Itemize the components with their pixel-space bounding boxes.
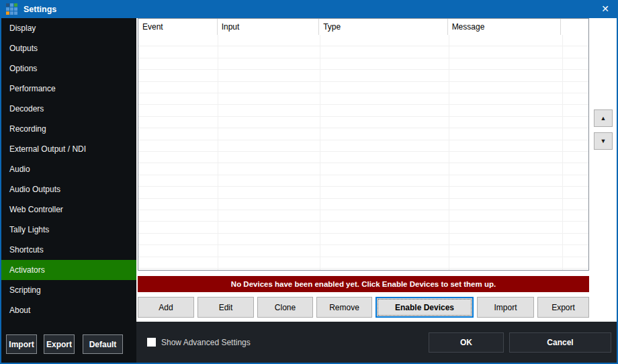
column-header-input[interactable]: Input bbox=[218, 19, 320, 35]
sidebar-item-display[interactable]: Display bbox=[1, 18, 136, 38]
grid-line bbox=[562, 35, 563, 270]
sidebar-item-performance[interactable]: Performance bbox=[1, 79, 136, 99]
sidebar-item-audio[interactable]: Audio bbox=[1, 159, 136, 179]
move-down-button[interactable]: ▼ bbox=[594, 132, 613, 150]
clone-button[interactable]: Clone bbox=[257, 297, 313, 318]
action-button-row: Add Edit Clone Remove Enable Devices Imp… bbox=[138, 297, 589, 318]
sidebar: Display Outputs Options Performance Deco… bbox=[1, 18, 136, 363]
sidebar-item-about[interactable]: About bbox=[1, 300, 136, 320]
sidebar-item-audio-outputs[interactable]: Audio Outputs bbox=[1, 179, 136, 199]
show-advanced-checkbox[interactable] bbox=[147, 338, 156, 347]
events-table-body bbox=[138, 35, 588, 270]
edit-button[interactable]: Edit bbox=[197, 297, 254, 318]
settings-default-button[interactable]: Default bbox=[83, 334, 123, 354]
arrow-up-icon: ▲ bbox=[601, 115, 607, 122]
import-button[interactable]: Import bbox=[477, 297, 534, 318]
sidebar-item-recording[interactable]: Recording bbox=[1, 119, 136, 139]
settings-import-button[interactable]: Import bbox=[6, 334, 37, 354]
no-devices-banner: No Devices have been enabled yet. Click … bbox=[138, 276, 589, 292]
sidebar-item-decoders[interactable]: Decoders bbox=[1, 99, 136, 119]
vmix-logo-icon bbox=[6, 3, 17, 15]
settings-export-button[interactable]: Export bbox=[44, 334, 75, 354]
window-title: Settings bbox=[24, 5, 56, 14]
sidebar-item-scripting[interactable]: Scripting bbox=[1, 280, 136, 300]
cancel-button[interactable]: Cancel bbox=[509, 332, 611, 353]
grid-line bbox=[320, 35, 320, 270]
grid-line bbox=[218, 35, 218, 270]
enable-devices-button[interactable]: Enable Devices bbox=[376, 297, 474, 318]
column-header-type[interactable]: Type bbox=[319, 19, 447, 35]
titlebar[interactable]: Settings ✕ bbox=[1, 0, 617, 18]
column-header-event[interactable]: Event bbox=[138, 19, 218, 35]
remove-button[interactable]: Remove bbox=[316, 297, 372, 318]
show-advanced-label[interactable]: Show Advanced Settings bbox=[161, 338, 251, 347]
export-button[interactable]: Export bbox=[537, 297, 589, 318]
sidebar-item-outputs[interactable]: Outputs bbox=[1, 38, 136, 58]
sidebar-item-tally-lights[interactable]: Tally Lights bbox=[1, 220, 136, 240]
grid-line bbox=[449, 35, 449, 270]
arrow-down-icon: ▼ bbox=[601, 138, 607, 144]
close-icon[interactable]: ✕ bbox=[594, 0, 617, 18]
sidebar-item-web-controller[interactable]: Web Controller bbox=[1, 199, 136, 220]
ok-button[interactable]: OK bbox=[429, 332, 504, 353]
sidebar-item-shortcuts[interactable]: Shortcuts bbox=[1, 240, 136, 260]
activators-panel: Event Input Type Message ▲ ▼ No bbox=[136, 18, 617, 363]
sidebar-item-options[interactable]: Options bbox=[1, 58, 136, 79]
sidebar-item-activators[interactable]: Activators bbox=[1, 260, 136, 280]
move-up-button[interactable]: ▲ bbox=[594, 109, 613, 127]
sidebar-item-external-output-ndi[interactable]: External Output / NDI bbox=[1, 139, 136, 159]
column-header-spacer bbox=[561, 19, 588, 35]
events-table-header: Event Input Type Message bbox=[138, 19, 588, 35]
settings-window: Settings ✕ Display Outputs Options Perfo… bbox=[0, 0, 618, 364]
activators-content: Event Input Type Message ▲ ▼ No bbox=[136, 18, 617, 322]
column-header-message[interactable]: Message bbox=[448, 19, 561, 35]
footer-bar: Show Advanced Settings OK Cancel bbox=[136, 322, 617, 363]
add-button[interactable]: Add bbox=[138, 297, 194, 318]
events-table: Event Input Type Message bbox=[138, 18, 589, 271]
